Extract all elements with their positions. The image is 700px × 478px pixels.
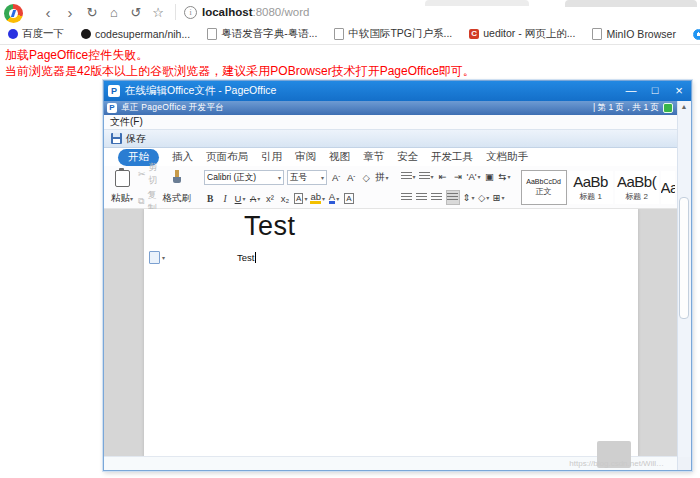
align-center-button[interactable] (416, 191, 428, 204)
favorite-star-icon[interactable]: ☆ (147, 5, 169, 20)
back-icon[interactable]: ‹ (37, 4, 59, 21)
pageoffice-icon: P (108, 85, 120, 97)
cut-copy-stack: ✂剪切 ⧉复制 (138, 168, 158, 207)
chevron-down-icon: ▾ (162, 254, 165, 261)
highlight-color-button[interactable]: ab▾ (310, 192, 325, 205)
bookmark-baidu[interactable]: 百度一下 (8, 27, 64, 41)
align-right-button[interactable] (431, 191, 443, 204)
horizontal-scrollbar[interactable]: https://blog.csdn.net/Will… (104, 456, 678, 470)
justify-icon (447, 193, 458, 202)
chevron-down-icon: ▾ (322, 195, 325, 202)
chevron-down-icon: ▾ (508, 173, 511, 180)
bookmark-minio[interactable]: MinIO Browser (592, 28, 675, 40)
forward-icon[interactable]: › (59, 4, 81, 21)
shrink-font-button[interactable]: Aˇ (345, 171, 357, 184)
underline-button[interactable]: U▾ (234, 192, 246, 205)
paste-button[interactable]: 粘贴▾ (108, 168, 136, 207)
tab-section[interactable]: 章节 (363, 150, 384, 164)
document-page[interactable]: Test ▾ Test (144, 209, 638, 457)
font-family-select[interactable]: Calibri (正文)▾ (204, 170, 284, 185)
superscript-button[interactable]: x² (264, 192, 276, 205)
format-painter-button[interactable]: 格式刷 (160, 168, 195, 207)
increase-indent-button[interactable]: ⇥ (452, 170, 464, 183)
bullets-button[interactable]: ▾ (401, 170, 416, 183)
symbol-box-button[interactable]: ▣ (484, 170, 496, 183)
tab-security[interactable]: 安全 (397, 150, 418, 164)
save-button[interactable]: 保存 (126, 132, 146, 146)
scroll-up-icon[interactable]: ▲ (678, 101, 690, 113)
tab-review[interactable]: 审阅 (295, 150, 316, 164)
save-icon[interactable] (111, 133, 122, 144)
pageoffice-banner: P 卓正 PageOffice 开发平台 | 第 1 页，共 1 页 (104, 101, 691, 115)
browser-navbar: ‹ › ↻ ⌂ ↺ ☆ i localhost :8080/word (0, 0, 700, 24)
document-heading[interactable]: Test (244, 211, 296, 242)
italic-button[interactable]: I (219, 192, 231, 205)
address-bar[interactable]: i localhost :8080/word (175, 4, 309, 20)
grow-font-button[interactable]: Aˆ (330, 171, 342, 184)
bold-button[interactable]: B (204, 192, 216, 205)
chevron-down-icon: ▾ (304, 195, 307, 202)
char-shading-button[interactable]: A (343, 192, 355, 205)
paste-options-icon (149, 251, 160, 264)
char-border-button[interactable]: A▾ (294, 192, 307, 205)
copy-icon: ⧉ (138, 196, 144, 207)
tab-page-layout[interactable]: 页面布局 (206, 150, 248, 164)
tab-insert[interactable]: 插入 (172, 150, 193, 164)
font-color-button[interactable]: A▾ (328, 192, 340, 205)
undo-icon[interactable]: ↺ (125, 5, 147, 20)
bookmark-ueditor[interactable]: Cueditor - 网页上的... (469, 27, 575, 41)
document-body-text[interactable]: Test (237, 252, 256, 263)
home-icon[interactable]: ⌂ (103, 5, 125, 20)
line-spacing-button[interactable]: ⇕▾ (463, 191, 475, 204)
url-host[interactable]: localhost (202, 6, 252, 18)
site-info-icon[interactable]: i (184, 6, 197, 19)
paste-options-button[interactable]: ▾ (149, 251, 165, 264)
window-title: 在线编辑Office文件 - PageOffice (125, 84, 619, 98)
close-button[interactable]: × (667, 81, 691, 101)
window-titlebar[interactable]: P 在线编辑Office文件 - PageOffice — □ × (104, 81, 691, 101)
reload-icon[interactable]: ↻ (81, 5, 103, 20)
style-heading-1[interactable]: AaBb 标题 1 (569, 171, 613, 204)
style-partial[interactable]: Aa (661, 171, 675, 204)
align-center-icon (416, 193, 427, 202)
phonetic-guide-button[interactable]: 拼▾ (375, 171, 389, 184)
menu-file[interactable]: 文件(F) (110, 115, 143, 129)
quote-style-button[interactable]: 'A'▾ (467, 170, 481, 183)
maximize-button[interactable]: □ (643, 81, 667, 101)
chevron-down-icon: ▾ (502, 194, 505, 201)
vertical-scrollbar[interactable]: ▲ ▼ (677, 101, 691, 470)
style-normal[interactable]: AaBbCcDd 正文 (521, 170, 567, 205)
bookmark-dict[interactable]: 粤语发音字典-粤语... (207, 27, 317, 41)
bookmark-github[interactable]: codesuperman/nih... (81, 28, 190, 40)
align-left-icon (401, 193, 412, 202)
bookmark-tpg[interactable]: 中软国际TPG门户系... (334, 27, 452, 41)
strikethrough-button[interactable]: A▾ (249, 192, 261, 205)
numbering-button[interactable]: ▾ (419, 170, 434, 183)
chevron-down-icon: ▾ (386, 174, 389, 181)
style-heading-2[interactable]: AaBb( 标题 2 (615, 171, 659, 204)
bullet-list-icon (401, 172, 412, 181)
clear-format-button[interactable]: ◇ (360, 171, 372, 184)
tab-view[interactable]: 视图 (329, 150, 350, 164)
borders-button[interactable]: ⊞▾ (493, 191, 505, 204)
tab-doc-assistant[interactable]: 文档助手 (486, 150, 528, 164)
url-path[interactable]: :8080/word (252, 6, 309, 18)
minimize-button[interactable]: — (619, 81, 643, 101)
page-icon (334, 28, 344, 40)
align-left-button[interactable] (401, 191, 413, 204)
page-icon (592, 28, 602, 40)
chevron-down-icon: ▾ (486, 194, 489, 201)
font-size-select[interactable]: 五号▾ (287, 170, 327, 185)
cut-button[interactable]: ✂剪切 (138, 161, 158, 187)
justify-button[interactable] (446, 190, 460, 205)
chevron-down-icon: ▾ (431, 173, 434, 180)
shading-button[interactable]: ◇▾ (478, 191, 490, 204)
menu-bar: 文件(F) (104, 115, 678, 130)
distribute-button[interactable]: ⇆▾ (499, 170, 511, 183)
tab-references[interactable]: 引用 (261, 150, 282, 164)
scrollbar-thumb[interactable] (679, 197, 689, 319)
tab-developer[interactable]: 开发工具 (431, 150, 473, 164)
bookmark-quasar[interactable]: Quasar Framework (693, 28, 700, 40)
subscript-button[interactable]: x₂ (279, 192, 291, 205)
decrease-indent-button[interactable]: ⇤ (437, 170, 449, 183)
